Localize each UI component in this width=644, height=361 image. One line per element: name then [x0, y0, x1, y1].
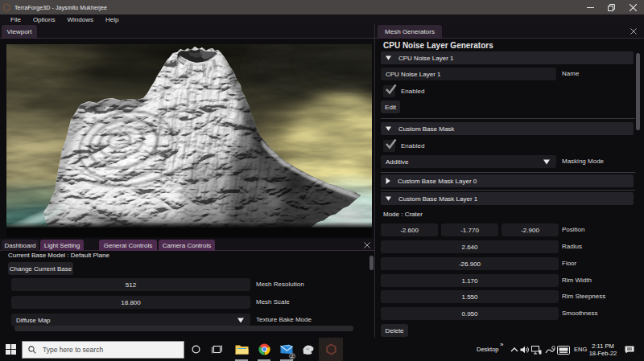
mesh-scale-label: Mesh Scale	[256, 296, 290, 309]
rim-steepness-label: Rim Steepness	[562, 290, 605, 303]
menu-options[interactable]: Options	[27, 16, 61, 23]
minimize-button[interactable]	[580, 0, 601, 14]
tab-viewport[interactable]: Viewport	[2, 25, 37, 38]
tray-clock[interactable]: 2:11 PM 18-Feb-22	[588, 343, 617, 357]
tray-language-label[interactable]: ENG	[574, 346, 587, 353]
combo-arrow-down-icon	[543, 159, 550, 165]
task-view-icon[interactable]	[206, 338, 227, 361]
app-icon	[2, 3, 11, 12]
floor-label: Floor	[562, 257, 576, 270]
menu-windows[interactable]: Windows	[61, 16, 99, 23]
rim-width-field[interactable]: 1.170	[381, 274, 559, 287]
tab-camera-controls[interactable]: Camera Controls	[159, 240, 215, 251]
rim-width-label: Rim Width	[562, 274, 592, 287]
dashboard-vscrollbar[interactable]	[369, 256, 374, 270]
tray-hidden-icons-chevron[interactable]	[510, 347, 518, 352]
separator	[381, 172, 635, 173]
header-cpu-noise-layer-1[interactable]: CPU Noise Layer 1	[381, 51, 634, 64]
edit-button[interactable]: Edit	[381, 101, 400, 113]
tab-dashboard[interactable]: Dashboard	[2, 240, 39, 251]
field-value: 0.950	[461, 310, 477, 318]
search-icon	[28, 346, 36, 354]
name-input[interactable]: CPU Noise Layer 1	[381, 68, 556, 80]
mesh-panel-vscrollbar[interactable]	[636, 53, 640, 130]
header-custom-base-mask-layer-0[interactable]: Custom Base Mask Layer 0	[381, 174, 634, 187]
start-button[interactable]	[0, 338, 22, 361]
cpu-noise-heading: CPU Noise Layer Generators	[383, 41, 493, 50]
terraforge3d-taskbar-icon[interactable]	[319, 338, 343, 361]
viewport-panel: Viewport	[0, 24, 374, 239]
titlebar: TerraForge3D - Jaysmito Mukherjee	[0, 0, 644, 14]
mail-badge: 2	[289, 353, 295, 359]
field-value: -1.770	[460, 227, 479, 234]
dock-separator	[374, 24, 375, 338]
delete-button[interactable]: Delete	[381, 324, 408, 337]
check-icon	[384, 137, 398, 150]
mail-icon[interactable]: 2	[276, 338, 297, 361]
header-label: Custom Base Mask Layer 0	[398, 178, 477, 185]
mesh-scale-field[interactable]: 18.800	[11, 296, 250, 309]
tray-time: 2:11 PM	[592, 343, 613, 350]
mesh-resolution-field[interactable]: 512	[11, 278, 250, 291]
collapse-arrow-down-icon	[386, 126, 391, 131]
file-explorer-icon[interactable]	[231, 338, 252, 361]
field-value: 1.170	[461, 277, 477, 285]
collapse-arrow-right-icon	[386, 178, 390, 184]
tray-network-icon[interactable]	[531, 346, 542, 355]
taskbar-search-box[interactable]: Type here to search	[22, 341, 184, 359]
current-base-model-text: Current Base Model : Default Plane	[8, 252, 109, 259]
texture-bake-mode-combo[interactable]: Diffuse Map	[11, 314, 250, 326]
floor-field[interactable]: -26.900	[381, 257, 559, 270]
mesh-panel-close-icon[interactable]	[630, 28, 638, 35]
menu-file[interactable]: File	[0, 16, 27, 23]
field-value: 512	[126, 281, 136, 289]
chrome-icon[interactable]	[254, 338, 275, 361]
combo-value: Diffuse Map	[16, 317, 51, 324]
tray-volume-icon[interactable]	[520, 346, 530, 354]
app-icon-gray[interactable]	[298, 338, 319, 361]
position-y-field[interactable]: -1.770	[441, 224, 498, 236]
search-placeholder: Type here to search	[43, 346, 103, 354]
texture-bake-mode-label: Texture Bake Mode	[256, 314, 312, 326]
position-x-field[interactable]: -2.600	[381, 224, 438, 236]
mesh-resolution-label: Mesh Resolution	[256, 278, 304, 291]
close-button[interactable]	[621, 0, 644, 14]
radius-label: Radius	[562, 240, 582, 253]
dashboard-panel-close-icon[interactable]	[364, 242, 371, 249]
rim-steepness-field[interactable]: 1.550	[381, 290, 559, 303]
tab-mesh-generators[interactable]: Mesh Generators	[378, 25, 442, 38]
cortana-icon[interactable]	[185, 338, 206, 361]
field-value: 2.640	[461, 244, 477, 251]
header-custom-base-mask[interactable]: Custom Base Mask	[381, 122, 634, 135]
tray-overflow-chevron[interactable]: »	[500, 341, 503, 348]
header-label: Custom Base Mask	[398, 125, 454, 133]
field-value: 18.800	[121, 299, 140, 306]
tab-general-controls[interactable]: General Controls	[99, 240, 157, 251]
windows-logo-icon	[6, 344, 16, 355]
combo-value: Additive	[386, 158, 408, 166]
masking-mode-combo[interactable]: Additive	[381, 155, 556, 168]
position-z-field[interactable]: -2.900	[502, 224, 559, 236]
tray-touch-keyboard-icon[interactable]	[557, 346, 570, 355]
field-value: -2.600	[400, 227, 419, 234]
viewport-3d-render[interactable]	[6, 44, 372, 237]
change-current-base-button[interactable]: Change Current Base	[8, 262, 73, 275]
separator	[381, 118, 635, 119]
name-input-value: CPU Noise Layer 1	[386, 71, 440, 78]
smoothness-field[interactable]: 0.950	[381, 307, 559, 320]
tray-audio-meter-icon[interactable]	[545, 346, 555, 355]
tray-desktop-label[interactable]: Desktop	[477, 346, 499, 353]
enabled-label-layer1: Enabled	[401, 85, 424, 98]
header-custom-base-mask-layer-1[interactable]: Custom Base Mask Layer 1	[381, 192, 634, 205]
menu-help[interactable]: Help	[99, 16, 124, 23]
maximize-button[interactable]	[601, 0, 621, 14]
notification-center-icon[interactable]	[624, 345, 635, 355]
window-title: TerraForge3D - Jaysmito Mukherjee	[14, 5, 107, 10]
combo-arrow-down-icon	[237, 318, 244, 323]
tab-light-setting[interactable]: Light Setting	[40, 240, 84, 251]
enabled-label-mask: Enabled	[401, 140, 424, 153]
separator	[381, 190, 635, 191]
dashboard-hscrollbar[interactable]	[14, 326, 353, 331]
check-icon	[384, 82, 398, 96]
radius-field[interactable]: 2.640	[381, 240, 559, 253]
